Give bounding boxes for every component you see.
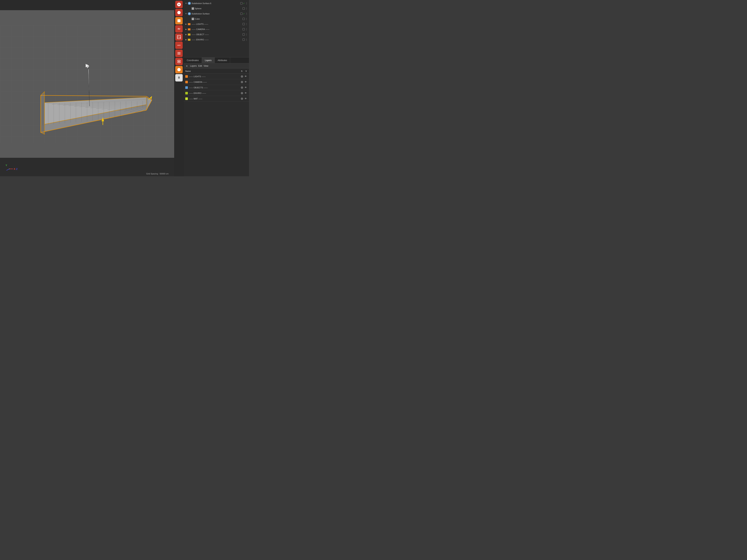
enviro-label: ------ ENVIRO ------	[191, 38, 242, 41]
subdiv6-more[interactable]: ⋮	[245, 2, 248, 5]
expand-subdiv[interactable]: ▼	[185, 12, 187, 15]
cube-dot	[242, 18, 245, 20]
subdiv-check: ✓	[243, 12, 245, 15]
tree-item-subdiv[interactable]: ▼ Subdivision Surface ✓ ⋮	[184, 11, 249, 16]
expand-lights[interactable]: ▶	[185, 23, 187, 25]
tree-item-subdiv6[interactable]: ▼ Subdivision Surface.6 ✓ ⋮	[184, 1, 249, 6]
expand-enviro[interactable]: ▶	[185, 38, 187, 41]
svg-point-52	[9, 168, 10, 169]
tab-layers[interactable]: Layers	[202, 57, 215, 63]
enviro-layer-s[interactable]	[240, 92, 244, 94]
layer-row-mat[interactable]: ------ MAT ------ 👁	[184, 96, 249, 102]
axes-display: Y X Z	[5, 164, 18, 171]
scene-panel: ▼ Subdivision Surface.6 ✓ ⋮ Sphere	[184, 0, 249, 176]
bottom-panels: Coordinates Layers Attributes ≡ Layers E…	[184, 57, 249, 176]
enviro-folder-icon	[188, 39, 190, 41]
viewport-grid	[0, 10, 174, 158]
camera-label: ------ CAMERA ------	[191, 28, 242, 30]
objects-layer-v[interactable]: 👁	[244, 86, 248, 89]
grid-svg	[0, 10, 174, 158]
lights-label: ------ LIGHTS ------	[191, 23, 242, 25]
tab-attributes[interactable]: Attributes	[215, 57, 230, 63]
object-label: ------ OBJECT ------	[191, 33, 242, 35]
subdiv-more[interactable]: ⋮	[245, 12, 248, 15]
subdiv6-dot	[240, 2, 242, 4]
sphere-tool-icon[interactable]	[175, 66, 183, 73]
picture-tool-icon[interactable]	[175, 33, 183, 41]
toolbar-view-btn[interactable]: View	[204, 64, 208, 67]
enviro-layer-v[interactable]: 👁	[244, 92, 248, 95]
layer-row-camera[interactable]: ------ CAMERA ------ 👁	[184, 79, 249, 85]
svg-point-62	[189, 3, 190, 4]
layer-row-lights[interactable]: ------ LIGHTS ------ 👁	[184, 74, 249, 79]
camera-more[interactable]: ⋮	[245, 28, 248, 31]
material-tool-icon[interactable]	[175, 17, 183, 24]
tab-coordinates[interactable]: Coordinates	[184, 57, 202, 63]
layers-table: ------ LIGHTS ------ 👁 ------ CAMERA ---…	[184, 74, 249, 176]
object-dot	[242, 33, 245, 35]
x-axis-label: X	[14, 167, 16, 170]
object-tree: ▼ Subdivision Surface.6 ✓ ⋮ Sphere	[184, 0, 249, 57]
tree-item-enviro[interactable]: ▶ ------ ENVIRO ------ ⋮	[184, 37, 249, 42]
sphere-dot	[242, 7, 245, 10]
panel-tabs: Coordinates Layers Attributes	[184, 57, 249, 63]
aov-tool-icon[interactable]: AOV	[175, 42, 183, 49]
render-tool-icon[interactable]	[175, 9, 183, 16]
lights-layer-v[interactable]: 👁	[244, 75, 248, 78]
subdiv6-check: ✓	[243, 2, 245, 5]
objects-layer-s[interactable]	[240, 86, 244, 89]
expand-object[interactable]: ▶	[185, 33, 187, 35]
tree-item-sphere[interactable]: Sphere ⋮	[184, 6, 249, 11]
svg-marker-63	[192, 8, 194, 9]
fx-tool-icon[interactable]	[175, 58, 183, 65]
enviro-more[interactable]: ⋮	[245, 38, 248, 41]
viewport-3d[interactable]: Y X Z Grid Spacing : 50000 cm	[0, 0, 174, 176]
cube-icon	[191, 18, 194, 20]
layers-header-name: Name	[185, 70, 241, 72]
layer-row-enviro[interactable]: ------ ENVIRO ------ 👁	[184, 90, 249, 96]
settings-tool-icon[interactable]	[175, 74, 183, 81]
toolbar-edit-btn[interactable]: Edit	[198, 64, 202, 67]
tree-item-camera[interactable]: ▶ ------ CAMERA ------ ⋮	[184, 27, 249, 32]
lights-layer-color	[185, 75, 188, 78]
layers-header: Name S V	[184, 69, 249, 74]
enviro-layer-color	[185, 92, 188, 95]
camera-layer-v[interactable]: 👁	[244, 81, 248, 83]
toolbar-layers-btn[interactable]: Layers	[190, 64, 197, 67]
camera-layer-s[interactable]	[240, 81, 244, 83]
lights-dot	[242, 23, 245, 25]
viewport-top-bar	[0, 0, 174, 10]
grid-spacing-label: Grid Spacing : 50000 cm	[146, 172, 169, 175]
expand-camera[interactable]: ▶	[185, 28, 187, 30]
list-tool-icon[interactable]	[175, 50, 183, 57]
camera-layer-color	[185, 81, 188, 83]
expand-subdiv6[interactable]: ▼	[185, 2, 187, 4]
tree-item-cube[interactable]: Cube ⋮	[184, 16, 249, 22]
tree-item-object[interactable]: ▶ ------ OBJECT ------ ⋮	[184, 32, 249, 37]
sphere-more[interactable]: ⋮	[245, 7, 248, 10]
layers-toolbar: ≡ Layers Edit View	[184, 63, 249, 69]
svg-rect-54	[178, 19, 180, 22]
svg-rect-60	[178, 61, 180, 62]
mat-layer-s[interactable]	[240, 98, 244, 100]
layers-header-s: S	[241, 70, 242, 72]
lights-layer-s[interactable]	[240, 75, 244, 78]
object-more[interactable]: ⋮	[245, 33, 248, 36]
cube-more[interactable]: ⋮	[245, 18, 248, 20]
mat-layer-v[interactable]: 👁	[244, 97, 248, 100]
svg-line-51	[6, 169, 9, 170]
lights-more[interactable]: ⋮	[245, 23, 248, 26]
camera-tool-icon[interactable]	[175, 1, 183, 8]
subdiv-label: Subdivision Surface	[191, 12, 239, 15]
sphere-icon	[191, 7, 194, 10]
subdiv-dot	[240, 12, 242, 15]
rv-tool-icon[interactable]: RV	[175, 25, 183, 33]
camera-dot	[242, 28, 245, 30]
enviro-dot	[242, 38, 245, 41]
viewport-bottom-bar: Y X Z Grid Spacing : 50000 cm	[0, 158, 174, 176]
toolbar-menu-icon[interactable]: ≡	[185, 64, 188, 68]
right-panel: RV AOV ▼	[174, 0, 249, 176]
layer-row-objects[interactable]: ------ OBJECTS ------ 👁	[184, 85, 249, 90]
objects-layer-color	[185, 86, 188, 89]
tree-item-lights[interactable]: ▶ ------ LIGHTS ------ ⋮	[184, 22, 249, 27]
